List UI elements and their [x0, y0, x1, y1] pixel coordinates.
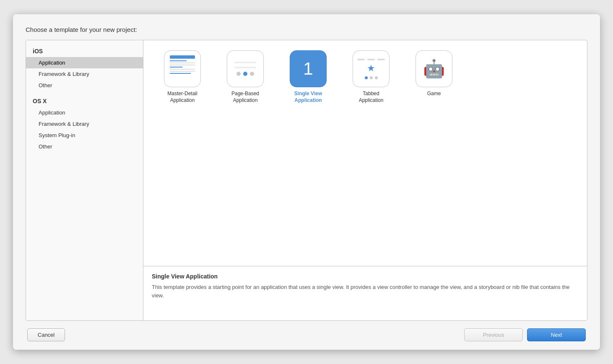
- template-tabbed[interactable]: ★ TabbedApplication: [344, 50, 398, 104]
- master-detail-label: Master-DetailApplication: [167, 91, 197, 104]
- previous-button[interactable]: Previous: [464, 328, 523, 341]
- description-area: Single View Application This template pr…: [143, 266, 587, 320]
- template-single-view[interactable]: 1 Single ViewApplication: [281, 50, 335, 104]
- game-icon: 🤖: [416, 50, 452, 87]
- new-project-dialog: Choose a template for your new project: …: [13, 14, 600, 350]
- navigation-buttons: Previous Next: [464, 328, 586, 341]
- game-label: Game: [427, 91, 441, 97]
- sidebar-item-osx-application[interactable]: Application: [26, 107, 143, 118]
- template-game[interactable]: 🤖 Game: [407, 50, 461, 104]
- content-area: Master-DetailApplication: [143, 40, 587, 320]
- cancel-button[interactable]: Cancel: [27, 328, 65, 341]
- sidebar-item-osx-other[interactable]: Other: [26, 141, 143, 152]
- sidebar-item-ios-framework[interactable]: Framework & Library: [26, 68, 143, 80]
- tabbed-icon: ★: [353, 50, 390, 87]
- page-based-label: Page-BasedApplication: [231, 91, 259, 104]
- template-page-based[interactable]: Page-BasedApplication: [218, 50, 273, 104]
- main-content: iOS Application Framework & Library Othe…: [26, 40, 587, 321]
- ios-section-header: iOS: [26, 45, 143, 57]
- template-master-detail[interactable]: Master-DetailApplication: [155, 50, 210, 104]
- sidebar: iOS Application Framework & Library Othe…: [26, 40, 143, 320]
- templates-grid: Master-DetailApplication: [143, 40, 587, 266]
- single-view-number: 1: [303, 59, 313, 79]
- dialog-title: Choose a template for your new project:: [26, 26, 587, 33]
- page-based-icon: [227, 50, 264, 87]
- sidebar-item-ios-other[interactable]: Other: [26, 80, 143, 91]
- description-text: This template provides a starting point …: [152, 283, 579, 299]
- osx-section-header: OS X: [26, 95, 143, 107]
- description-title: Single View Application: [152, 273, 579, 280]
- tabbed-label: TabbedApplication: [359, 91, 384, 104]
- sidebar-item-ios-application[interactable]: Application: [26, 57, 143, 68]
- single-view-label: Single ViewApplication: [294, 91, 322, 104]
- footer: Cancel Previous Next: [26, 328, 587, 341]
- sidebar-item-osx-framework[interactable]: Framework & Library: [26, 118, 143, 130]
- sidebar-item-osx-plugin[interactable]: System Plug-in: [26, 130, 143, 141]
- master-detail-icon: [164, 50, 201, 87]
- single-view-icon: 1: [290, 50, 327, 87]
- next-button[interactable]: Next: [527, 328, 586, 341]
